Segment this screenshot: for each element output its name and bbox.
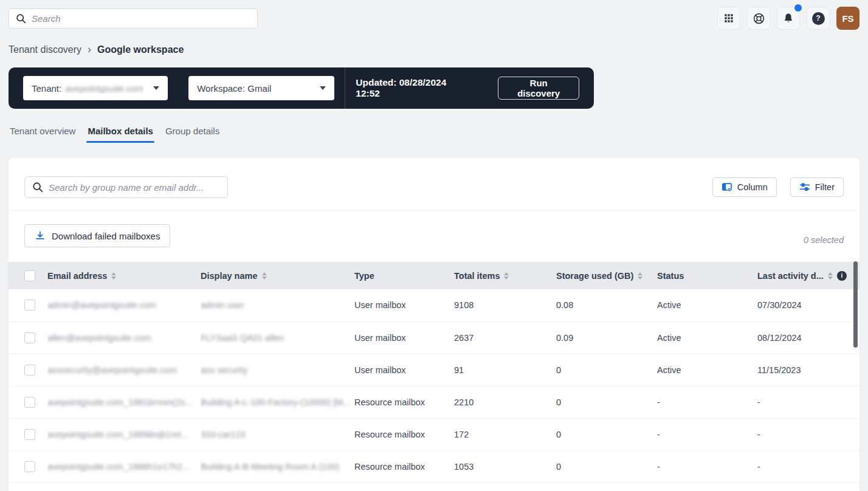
breadcrumb: Tenant discovery › Google workspace [9, 44, 859, 55]
status-cell: Active [657, 321, 757, 354]
header-label: Status [657, 271, 684, 281]
top-bar: ? FS [0, 0, 868, 36]
sort-icon[interactable] [504, 272, 509, 280]
panel-actions-row: Download failed mailboxes 0 selected [9, 211, 859, 262]
panel-search-row: Column Filter [9, 158, 859, 211]
tenant-label: Tenant: [32, 83, 61, 94]
column-settings-icon [722, 182, 732, 193]
last-activity-cell: 08/12/2024 [757, 321, 859, 354]
sort-icon[interactable] [111, 272, 116, 280]
sort-icon[interactable] [638, 272, 642, 280]
chevron-down-icon [153, 86, 159, 90]
status-cell: - [657, 418, 757, 450]
column-button[interactable]: Column [712, 177, 777, 197]
storage-used-cell: 0.09 [556, 321, 657, 354]
search-icon [16, 13, 26, 24]
run-discovery-button[interactable]: Run discovery [498, 77, 579, 100]
mailbox-search[interactable] [24, 176, 228, 198]
bell-icon [782, 12, 794, 24]
row-checkbox[interactable] [24, 300, 35, 311]
email-cell: allen@avepointgsuite.com [47, 321, 201, 354]
sort-icon[interactable] [262, 272, 267, 280]
row-checkbox[interactable] [24, 397, 35, 408]
help-button[interactable]: ? [807, 7, 830, 30]
download-button-label: Download failed mailboxes [52, 231, 160, 241]
table-row: avepointgsuite.com_1886h1e17h2... Buildi… [9, 450, 859, 482]
table-body: admin@avepointgsuite.com admin user User… [9, 289, 859, 482]
type-cell: Resource mailbox [354, 450, 454, 482]
avatar[interactable]: FS [836, 7, 859, 30]
filter-button[interactable]: Filter [790, 177, 844, 197]
header-display-name[interactable]: Display name [201, 262, 354, 289]
header-label: Last activity d... [757, 271, 824, 281]
tab-tenant-overview[interactable]: Tenant overview [9, 126, 77, 143]
header-label: Display name [201, 271, 258, 281]
email-cell: avepointgsuite.com_1886h1e17h2... [47, 450, 201, 482]
status-cell: - [657, 386, 757, 418]
info-icon[interactable]: i [837, 271, 847, 281]
status-cell: Active [657, 354, 757, 386]
header-last-activity[interactable]: Last activity d... i [757, 262, 859, 289]
download-failed-mailboxes-button[interactable]: Download failed mailboxes [24, 224, 170, 247]
storage-used-cell: 0 [556, 354, 657, 386]
last-activity-cell: 11/15/2023 [757, 354, 859, 386]
mailbox-details-panel: Column Filter Download failed mailboxes [9, 158, 859, 491]
updated-timestamp: Updated: 08/28/2024 12:52 [356, 77, 469, 99]
notification-dot [794, 4, 802, 12]
header-type: Type [354, 262, 454, 289]
type-cell: User mailbox [354, 321, 454, 354]
breadcrumb-parent[interactable]: Tenant discovery [9, 44, 81, 55]
tab-bar: Tenant overview Mailbox details Group de… [9, 126, 859, 143]
header-storage-used[interactable]: Storage used (GB) [556, 262, 657, 289]
header-label: Storage used (GB) [556, 271, 633, 281]
email-cell: avepointgsuite.com_1889ibvjb1ret... [47, 418, 201, 450]
notifications-button[interactable] [777, 7, 800, 30]
header-label: Type [354, 271, 374, 281]
column-button-label: Column [737, 182, 768, 192]
search-icon [32, 182, 43, 193]
total-items-cell: 91 [454, 354, 556, 386]
mailbox-search-input[interactable] [49, 182, 220, 193]
header-status: Status [657, 262, 757, 289]
sort-icon[interactable] [828, 272, 833, 280]
divider [345, 67, 345, 109]
table-header-row: Email address Display name Type Total it… [9, 262, 859, 289]
type-cell: Resource mailbox [354, 418, 454, 450]
table-row: avepointgsuite.com_1889ibvjb1ret... 333-… [9, 418, 859, 450]
global-search[interactable] [9, 9, 258, 29]
breadcrumb-current: Google workspace [97, 44, 184, 55]
display-name-cell: Building A-B-Meeting Room A (100) [201, 450, 354, 482]
app-launcher-button[interactable] [717, 7, 740, 30]
tenant-dropdown[interactable]: Tenant: avepointgsuite.com [23, 76, 168, 100]
tab-mailbox-details[interactable]: Mailbox details [86, 126, 154, 143]
display-name-cell: FLYSaaS QA01 allen [201, 321, 354, 354]
status-cell: Active [657, 289, 757, 321]
table-row: admin@avepointgsuite.com admin user User… [9, 289, 859, 321]
lifebuoy-icon [753, 12, 765, 25]
support-button[interactable] [747, 7, 770, 30]
tab-group-details[interactable]: Group details [164, 126, 221, 143]
global-search-input[interactable] [32, 13, 250, 24]
header-label: Email address [47, 271, 107, 281]
vertical-scrollbar-thumb[interactable] [853, 261, 858, 348]
row-checkbox[interactable] [24, 461, 35, 472]
header-email-address[interactable]: Email address [47, 262, 201, 289]
email-cell: avepointgsuite.com_1881brnnm(2s... [47, 386, 201, 418]
workspace-value: Workspace: Gmail [197, 83, 271, 94]
tenant-value: avepointgsuite.com [65, 83, 143, 94]
table-row: allen@avepointgsuite.com FLYSaaS QA01 al… [9, 321, 859, 354]
row-checkbox[interactable] [24, 365, 35, 376]
email-cell: admin@avepointgsuite.com [47, 289, 201, 321]
row-checkbox[interactable] [24, 332, 35, 343]
chevron-right-icon: › [88, 44, 91, 55]
storage-used-cell: 0 [556, 386, 657, 418]
header-total-items[interactable]: Total items [454, 262, 556, 289]
select-all-checkbox[interactable] [24, 270, 35, 281]
row-checkbox[interactable] [24, 429, 35, 440]
table-row: aossecurity@avepointgsuite.com aos secur… [9, 354, 859, 386]
mailbox-table: Email address Display name Type Total it… [9, 262, 859, 483]
display-name-cell: aos security [201, 354, 354, 386]
display-name-cell: 333-car123 [201, 418, 354, 450]
download-icon [35, 230, 46, 241]
workspace-dropdown[interactable]: Workspace: Gmail [188, 76, 334, 100]
